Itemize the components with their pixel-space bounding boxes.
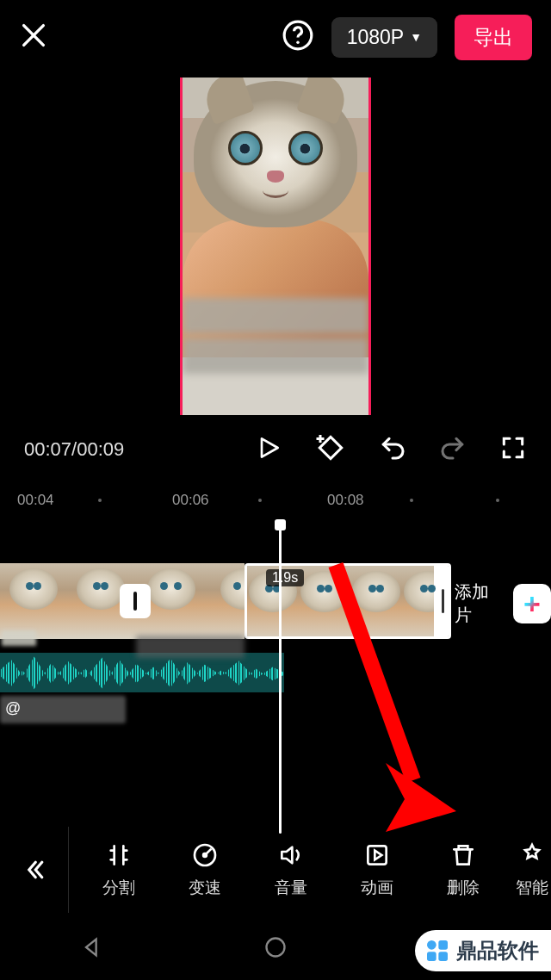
add-segment-button[interactable]: + <box>513 584 551 623</box>
bottom-toolbar: 分割 变速 音量 动画 删除 智能 <box>0 827 551 913</box>
tool-volume[interactable]: 音量 <box>248 841 334 899</box>
svg-marker-13 <box>282 847 292 863</box>
svg-rect-22 <box>438 952 448 961</box>
resolution-label: 1080P <box>347 26 405 49</box>
export-button[interactable]: 导出 <box>455 15 532 60</box>
svg-rect-21 <box>427 952 436 961</box>
tool-speed[interactable]: 变速 <box>162 841 248 899</box>
svg-point-12 <box>203 853 207 857</box>
video-preview[interactable] <box>0 74 551 419</box>
timeline-ruler[interactable]: 00:04 00:06 00:08 <box>0 486 551 515</box>
svg-marker-16 <box>86 940 96 956</box>
svg-point-3 <box>296 40 299 43</box>
clip-unselected[interactable] <box>0 563 134 639</box>
undo-button[interactable] <box>379 434 406 465</box>
nav-back-button[interactable] <box>80 935 104 963</box>
svg-marker-15 <box>375 850 381 859</box>
resolution-selector[interactable]: 1080P ▼ <box>331 17 437 58</box>
fullscreen-button[interactable] <box>499 434 527 465</box>
help-icon[interactable] <box>282 19 314 55</box>
transition-button[interactable] <box>120 584 151 618</box>
watermark-badge: 鼎品软件 <box>415 930 551 971</box>
clip-duration-badge: 1.9s <box>266 569 304 586</box>
nav-home-button[interactable] <box>263 935 288 963</box>
clip-unselected[interactable] <box>134 563 245 639</box>
svg-rect-5 <box>319 437 341 458</box>
add-segment-label: 添加片 <box>455 580 505 627</box>
keyframe-add-button[interactable] <box>315 432 346 467</box>
tool-animation[interactable]: 动画 <box>334 841 420 899</box>
time-display: 00:07/00:09 <box>24 438 124 461</box>
clip-handle-right[interactable] <box>434 563 451 639</box>
redo-button[interactable] <box>439 434 467 465</box>
timeline[interactable]: 1.9s 添加片 + @ <box>0 524 551 834</box>
ruler-mark: 00:04 <box>17 492 54 509</box>
toolbar-back-button[interactable] <box>0 827 69 913</box>
ruler-mark: 00:06 <box>172 492 209 509</box>
playhead[interactable] <box>279 524 282 834</box>
waveform-icon <box>0 653 284 692</box>
preview-frame <box>180 78 371 415</box>
ruler-mark: 00:08 <box>327 492 364 509</box>
svg-marker-4 <box>262 438 278 456</box>
chevron-down-icon: ▼ <box>410 30 422 44</box>
top-bar: 1080P ▼ 导出 <box>0 0 551 74</box>
svg-point-19 <box>427 940 436 950</box>
tool-delete[interactable]: 删除 <box>420 841 506 899</box>
svg-rect-20 <box>438 940 448 950</box>
tool-split[interactable]: 分割 <box>76 841 162 899</box>
svg-point-17 <box>266 939 284 957</box>
play-button[interactable] <box>255 434 282 465</box>
watermark-logo-icon <box>424 937 451 964</box>
audio-track[interactable] <box>0 653 284 692</box>
close-button[interactable] <box>19 21 48 53</box>
clip-selected[interactable]: 1.9s <box>245 563 451 639</box>
tool-smart[interactable]: 智能 <box>506 841 551 899</box>
playback-row: 00:07/00:09 <box>0 419 551 486</box>
